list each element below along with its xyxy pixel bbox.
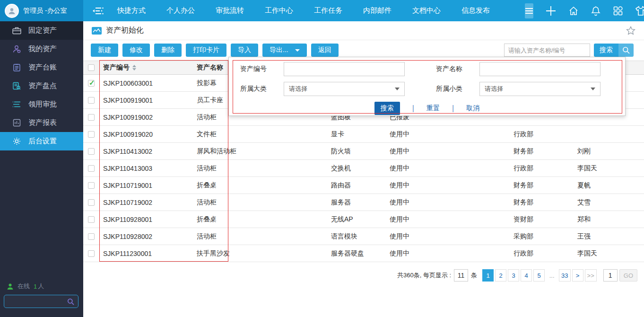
table-row[interactable]: SJKP110719001 折叠桌 路由器 使用中 财务部 夏帆: [83, 177, 644, 194]
sidebar-item-label: 领用审批: [28, 100, 57, 109]
doc-search-icon: [12, 82, 21, 90]
chevron-down-icon: [395, 88, 400, 90]
row-checkbox[interactable]: [88, 97, 95, 104]
search-button-label: 搜索: [594, 44, 618, 57]
online-unit: 人: [38, 282, 44, 291]
nav-item-work-center[interactable]: 工作中心: [265, 6, 293, 15]
collapse-icon[interactable]: [92, 7, 104, 15]
sidebar-item-my-assets[interactable]: 我的资产: [0, 40, 83, 58]
user-name: 管理员 -办公室: [23, 7, 67, 15]
row-checkbox[interactable]: [88, 199, 95, 206]
table-row[interactable]: SJKP110928002 活动柜 语言模块 使用中 采购部 王强: [83, 228, 644, 245]
sidebar-item-requisition-approval[interactable]: 领用审批: [0, 95, 83, 114]
select-all-checkbox[interactable]: [88, 64, 95, 71]
search-icon[interactable]: [67, 298, 74, 305]
online-count: 1: [34, 283, 37, 290]
row-checkbox[interactable]: [88, 182, 95, 189]
back-button[interactable]: 返回: [311, 44, 339, 57]
nav-item-shortcuts[interactable]: 快捷方式: [117, 6, 146, 15]
export-dropdown-button[interactable]: 导出...: [262, 44, 307, 57]
sidebar-item-label: 资产报表: [28, 118, 57, 127]
page-ellipsis: ...: [546, 269, 557, 282]
apps-icon[interactable]: [613, 6, 623, 16]
page-button-4[interactable]: 4: [521, 269, 532, 282]
nav-item-internal-mail[interactable]: 内部邮件: [363, 6, 392, 15]
nav-item-personal-office[interactable]: 个人办公: [166, 6, 195, 15]
filter-search-button[interactable]: 搜索: [374, 102, 400, 115]
nav-item-info-publish[interactable]: 信息发布: [461, 6, 490, 15]
chart-icon: [92, 27, 102, 35]
import-button[interactable]: 导入: [231, 44, 258, 57]
filter-panel: 资产编号 资产名称 所属大类 请选择 所属小类 请选择 搜索 | 重置 | 取消: [228, 57, 626, 116]
nav-item-approval-flow[interactable]: 审批流转: [216, 6, 244, 15]
briefcase-icon: [12, 26, 21, 35]
page-button-1[interactable]: 1: [482, 269, 494, 282]
page-button-33[interactable]: 33: [559, 269, 570, 282]
sort-icon[interactable]: [132, 65, 136, 70]
gear-icon: [12, 137, 21, 145]
main-nav: 快捷方式 个人办公 审批流转 工作中心 工作任务 内部邮件 文档中心 信息发布: [117, 6, 511, 15]
page-button-3[interactable]: 3: [508, 269, 519, 282]
goto-page-input[interactable]: [603, 269, 618, 282]
search-button[interactable]: 搜索: [594, 44, 634, 57]
column-header-code[interactable]: 资产编号: [99, 63, 194, 72]
filter-reset-link[interactable]: 重置: [426, 104, 440, 113]
print-card-button[interactable]: 打印卡片: [186, 44, 226, 57]
sidebar-item-label: 后台设置: [28, 137, 57, 146]
chevron-down-icon: [591, 88, 595, 90]
row-checkbox[interactable]: [88, 114, 95, 121]
row-checkbox[interactable]: [88, 131, 95, 138]
new-button[interactable]: 新建: [91, 44, 118, 57]
quick-search-input[interactable]: [504, 44, 590, 57]
sidebar-search: [4, 295, 78, 308]
next-page-button[interactable]: >: [572, 269, 583, 282]
star-icon[interactable]: [626, 26, 635, 35]
per-page-input[interactable]: [454, 269, 468, 282]
filter-cancel-link[interactable]: 取消: [466, 104, 479, 113]
table-row[interactable]: SJKP100919020 文件柜 显卡 使用中 行政部: [83, 126, 644, 143]
last-page-button[interactable]: >>: [585, 269, 597, 282]
go-button[interactable]: GO: [619, 269, 637, 282]
sidebar-item-asset-reports[interactable]: 资产报表: [0, 114, 83, 132]
sidebar-item-asset-inventory[interactable]: 资产盘点: [0, 77, 83, 95]
sidebar-item-backend-settings[interactable]: 后台设置: [0, 132, 83, 150]
plus-icon[interactable]: [545, 5, 557, 17]
user-block[interactable]: 管理员 -办公室: [0, 0, 83, 21]
filter-code-label: 资产编号: [240, 65, 284, 73]
table-row[interactable]: SJKP110413002 屏风和活动柜 防火墙 使用中 财务部 刘刚: [83, 143, 644, 160]
delete-button[interactable]: 删除: [154, 44, 182, 57]
avatar[interactable]: [5, 4, 19, 18]
quick-search: 搜索: [504, 44, 634, 57]
shirt-icon[interactable]: [635, 6, 644, 16]
row-checkbox[interactable]: [88, 80, 95, 87]
pagination-summary: 共360条, 每页显示 :: [397, 271, 451, 280]
row-checkbox[interactable]: [88, 148, 95, 155]
page-button-5[interactable]: 5: [533, 269, 545, 282]
page-button-2[interactable]: 2: [495, 269, 506, 282]
nav-item-work-tasks[interactable]: 工作任务: [314, 6, 342, 15]
person-icon: [12, 45, 21, 53]
edit-button[interactable]: 修改: [122, 44, 150, 57]
sidebar-item-label: 资产盘点: [28, 81, 57, 90]
bell-icon[interactable]: [591, 6, 601, 16]
table-row[interactable]: SJKP110413003 活动柜 交换机 使用中 行政部 李国天: [83, 160, 644, 177]
table-row[interactable]: SJKP111230001 扶手黑沙发 服务器硬盘 使用中 行政部 李国天: [83, 245, 644, 262]
menu-icon[interactable]: [525, 3, 533, 18]
row-checkbox[interactable]: [88, 233, 95, 240]
topbar-actions: [533, 5, 644, 17]
filter-subcategory-select[interactable]: 请选择: [479, 82, 600, 96]
row-checkbox[interactable]: [88, 165, 95, 172]
filter-code-input[interactable]: [284, 62, 405, 76]
table-row[interactable]: SJKP110719002 活动柜 服务器 使用中 财务部 艾雪: [83, 194, 644, 211]
filter-name-input[interactable]: [479, 62, 600, 76]
home-icon[interactable]: [568, 6, 579, 16]
table-row[interactable]: SJKP110928001 折叠桌 无线AP 使用中 资财部 郑和: [83, 211, 644, 228]
filter-category-select[interactable]: 请选择: [284, 82, 405, 96]
row-checkbox[interactable]: [88, 216, 95, 223]
search-icon: [618, 44, 634, 57]
row-checkbox[interactable]: [88, 250, 95, 257]
nav-item-doc-center[interactable]: 文档中心: [412, 6, 441, 15]
sidebar-search-input[interactable]: [4, 298, 67, 305]
sidebar-item-asset-ledger[interactable]: 资产台账: [0, 58, 83, 77]
sidebar-item-fixed-assets[interactable]: 固定资产: [0, 21, 83, 40]
